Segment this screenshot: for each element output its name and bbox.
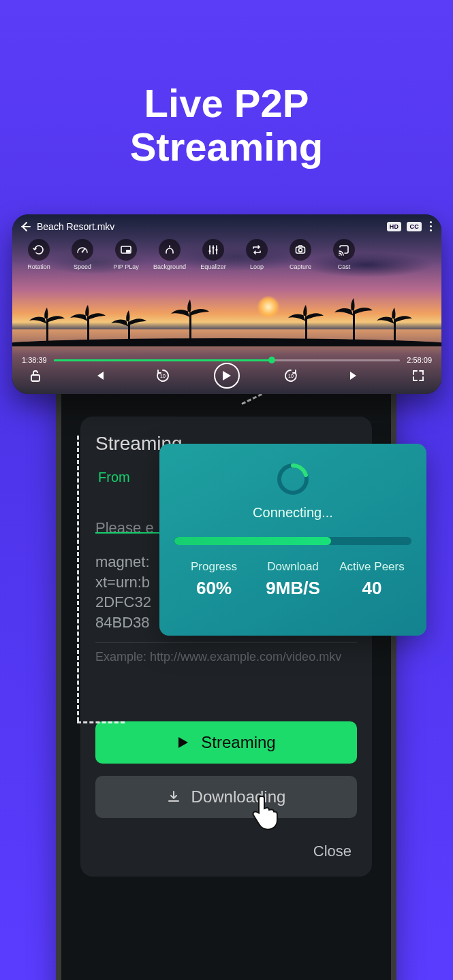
video-title: Beach Resort.mkv: [37, 221, 114, 232]
connecting-label: Connecting...: [174, 505, 411, 521]
control-row: 10 10: [22, 363, 432, 389]
tool-loop-label: Loop: [238, 263, 275, 270]
svg-point-9: [82, 251, 84, 253]
svg-point-16: [299, 248, 302, 252]
hero-line2: Streaming: [0, 125, 453, 169]
download-icon: [167, 790, 181, 804]
speed-icon: [72, 239, 93, 261]
back-icon[interactable]: [19, 220, 31, 233]
hand-cursor-icon: [251, 794, 281, 832]
rewind-10-icon[interactable]: 10: [149, 368, 176, 384]
svg-point-14: [215, 248, 217, 250]
stat-progress-label: Progress: [174, 560, 253, 574]
tool-rotation-label: Rotation: [20, 263, 57, 270]
dash-connector-3: [77, 721, 125, 723]
close-button[interactable]: Close: [95, 843, 357, 860]
tool-loop[interactable]: Loop: [238, 239, 275, 270]
tool-pip[interactable]: PIP PLay: [108, 239, 144, 270]
tool-speed-label: Speed: [64, 263, 101, 270]
video-player: Beach Resort.mkv HD CC Rotation Speed PI…: [12, 214, 441, 394]
tool-capture[interactable]: Capture: [282, 239, 319, 270]
connection-popup: Connecting... Progress 60% Download 9MB/…: [159, 444, 426, 636]
tool-background-label: Background: [151, 263, 188, 270]
svg-text:10: 10: [160, 374, 166, 378]
stat-progress-value: 60%: [174, 578, 253, 599]
downloading-button[interactable]: Downloading: [95, 776, 357, 818]
player-topbar: Beach Resort.mkv HD CC: [19, 220, 435, 233]
hero-line1: Live P2P: [0, 82, 453, 125]
play-icon: [176, 736, 190, 749]
lock-icon[interactable]: [22, 369, 49, 382]
stat-download: Download 9MB/S: [253, 560, 332, 599]
tool-cast[interactable]: Cast: [326, 239, 362, 270]
loop-icon: [246, 239, 268, 261]
background-icon: [159, 239, 181, 261]
fullscreen-icon[interactable]: [405, 369, 432, 382]
tool-row: Rotation Speed PIP PLay Background Equal…: [20, 239, 362, 270]
pip-icon: [115, 239, 137, 261]
dash-connector-2: [77, 436, 79, 721]
streaming-button[interactable]: Streaming: [95, 721, 357, 764]
tab-from[interactable]: From: [95, 464, 133, 491]
prev-icon[interactable]: [86, 369, 113, 382]
hd-badge[interactable]: HD: [387, 222, 402, 231]
cast-icon: [333, 239, 355, 261]
player-overlay: Beach Resort.mkv HD CC Rotation Speed PI…: [12, 214, 441, 394]
stat-progress: Progress 60%: [174, 560, 253, 599]
divider: [95, 642, 357, 643]
progress-bar-fill: [174, 537, 331, 545]
stats-row: Progress 60% Download 9MB/S Active Peers…: [174, 560, 411, 599]
play-button[interactable]: [213, 363, 240, 389]
play-circle-icon: [214, 363, 240, 389]
stat-peers: Active Peers 40: [332, 560, 411, 599]
rotation-icon: [28, 239, 50, 261]
cc-badge[interactable]: CC: [407, 222, 422, 231]
equalizer-icon: [202, 239, 224, 261]
tool-capture-label: Capture: [282, 263, 319, 270]
next-icon[interactable]: [341, 369, 368, 382]
tool-cast-label: Cast: [326, 263, 362, 270]
svg-point-13: [212, 246, 214, 248]
tool-equalizer-label: Equalizer: [195, 263, 232, 270]
svg-rect-17: [31, 375, 40, 381]
stat-download-label: Download: [253, 560, 332, 574]
tool-background[interactable]: Background: [151, 239, 188, 270]
svg-rect-11: [126, 250, 130, 252]
forward-10-icon[interactable]: 10: [277, 368, 304, 384]
capture-icon: [290, 239, 311, 261]
svg-point-12: [208, 250, 210, 252]
progress-bar: [174, 537, 411, 545]
spinner-icon: [274, 460, 312, 498]
hero-title: Live P2P Streaming: [0, 0, 453, 169]
example-text: Example: http://www.example.com/video.mk…: [95, 650, 357, 664]
streaming-button-label: Streaming: [201, 733, 275, 752]
seek-fill: [54, 359, 272, 361]
stat-peers-value: 40: [332, 578, 411, 599]
tool-speed[interactable]: Speed: [64, 239, 101, 270]
more-icon[interactable]: [427, 220, 435, 233]
stat-peers-label: Active Peers: [332, 560, 411, 574]
tool-equalizer[interactable]: Equalizer: [195, 239, 232, 270]
tool-pip-label: PIP PLay: [108, 263, 144, 270]
stat-download-value: 9MB/S: [253, 578, 332, 599]
svg-text:10: 10: [288, 374, 294, 378]
tool-rotation[interactable]: Rotation: [20, 239, 57, 270]
seek-bar[interactable]: [54, 359, 401, 361]
